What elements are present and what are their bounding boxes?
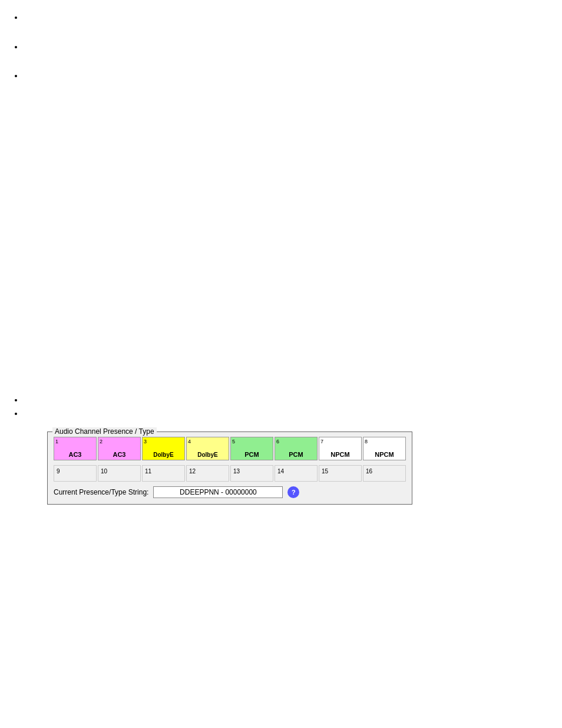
large-ch-12: 12: [186, 465, 229, 482]
large-ch-9-num: 9: [57, 468, 60, 475]
lower-bullet-1: [24, 394, 550, 406]
large-ch-1-num: 1: [55, 439, 58, 444]
large-channel-row2: 9 10 11 12 13 14 15 16: [54, 465, 406, 482]
large-ch-2-num: 2: [100, 439, 103, 444]
large-ch-1: 1 AC3: [54, 437, 97, 460]
bullet-item-3: [24, 70, 550, 82]
large-ch-2: 2 AC3: [98, 437, 141, 460]
large-ch-13-num: 13: [233, 468, 240, 475]
large-ch-6: 6 PCM: [275, 437, 318, 460]
large-ch-5: 5 PCM: [230, 437, 273, 460]
large-ch-10-num: 10: [101, 468, 107, 475]
large-ch-13: 13: [230, 465, 273, 482]
large-ch-9: 9: [54, 465, 97, 482]
large-ch-4-num: 4: [188, 439, 191, 444]
large-ch-16: 16: [363, 465, 406, 482]
large-presence-row: Current Presence/Type String: DDEEPPNN -…: [54, 486, 406, 498]
audio-group-box: Audio Channel Presence / Type 1 AC3 2 AC…: [47, 431, 412, 505]
lower-bullet-2: [24, 408, 550, 420]
large-ch-11-num: 11: [145, 468, 151, 475]
large-ch-1-label: AC3: [68, 451, 81, 458]
large-ch-7: 7 NPCM: [319, 437, 362, 460]
large-ch-15: 15: [319, 465, 362, 482]
large-ch-8: 8 NPCM: [363, 437, 406, 460]
large-ch-12-num: 12: [189, 468, 196, 475]
large-ch-3-num: 3: [144, 439, 147, 444]
large-audio-section: Audio Channel Presence / Type 1 AC3 2 AC…: [47, 431, 412, 505]
large-ch-14-num: 14: [277, 468, 284, 475]
large-ch-15-num: 15: [322, 468, 328, 475]
large-ch-16-num: 16: [366, 468, 372, 475]
large-ch-14: 14: [275, 465, 318, 482]
large-ch-6-num: 6: [276, 439, 279, 444]
bullet-item-2: [24, 41, 550, 53]
large-presence-value: DDEEPPNN - 00000000: [153, 486, 283, 498]
large-ch-7-label: NPCM: [330, 451, 349, 458]
large-ch-10: 10: [98, 465, 141, 482]
large-ch-2-label: AC3: [113, 451, 125, 458]
large-ch-4: 4 DolbyE: [186, 437, 229, 460]
large-info-btn[interactable]: ?: [287, 486, 299, 498]
large-ch-6-label: PCM: [289, 451, 303, 458]
large-ch-5-label: PCM: [244, 451, 259, 458]
large-presence-label: Current Presence/Type String:: [54, 488, 148, 496]
large-ch-5-num: 5: [232, 439, 235, 444]
large-ch-11: 11: [142, 465, 185, 482]
large-ch-4-label: DolbyE: [197, 452, 217, 458]
large-ch-7-num: 7: [320, 439, 323, 444]
large-ch-8-label: NPCM: [375, 451, 394, 458]
large-ch-3-label: DolbyE: [153, 452, 173, 458]
large-ch-3: 3 DolbyE: [142, 437, 185, 460]
large-channel-grid: 1 AC3 2 AC3 3 DolbyE 4 DolbyE 5 PCM 6 PC…: [54, 437, 406, 460]
large-ch-8-num: 8: [365, 439, 368, 444]
bullet-item-1: [24, 12, 550, 24]
audio-group-title: Audio Channel Presence / Type: [52, 427, 157, 436]
